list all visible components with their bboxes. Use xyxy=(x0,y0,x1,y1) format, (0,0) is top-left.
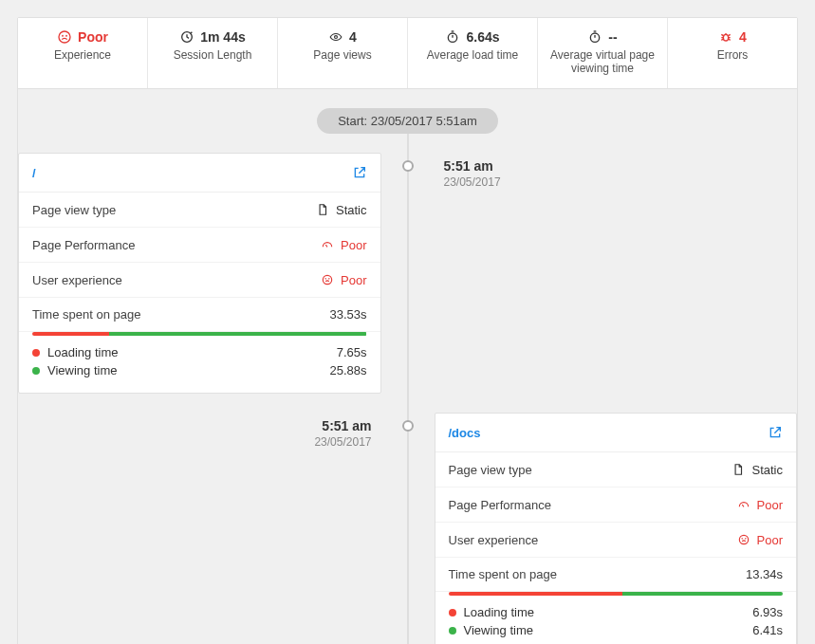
view-value: 25.88s xyxy=(329,363,366,377)
stat-value: 1m 44s xyxy=(200,29,245,45)
view-label: Viewing time xyxy=(464,623,533,637)
session-detail-panel: Poor Experience 1m 44s Session Length 4 … xyxy=(17,17,798,644)
legend-dot-viewing xyxy=(449,627,456,635)
svg-point-11 xyxy=(739,535,748,543)
load-bar-segment xyxy=(449,592,622,596)
time-value: 5:51 am xyxy=(18,418,372,433)
time-value: 5:51 am xyxy=(444,158,798,174)
ux-label: User experience xyxy=(449,533,539,547)
svg-point-2 xyxy=(66,35,67,36)
external-link-icon[interactable] xyxy=(352,165,367,180)
stopwatch-icon xyxy=(445,29,460,45)
svg-point-8 xyxy=(323,275,331,284)
legend-dot-loading xyxy=(449,609,456,616)
stat-page-views: 4 Page views xyxy=(278,18,408,88)
stats-bar: Poor Experience 1m 44s Session Length 4 … xyxy=(18,18,797,89)
gauge-icon xyxy=(320,237,335,252)
view-bar-segment xyxy=(109,332,366,336)
ux-value: Poor xyxy=(341,273,366,287)
timeline-entry: / Page view type Static xyxy=(18,153,797,394)
external-link-icon[interactable] xyxy=(768,425,783,440)
path-link[interactable]: / xyxy=(32,166,36,180)
spent-value: 13.34s xyxy=(746,567,783,581)
time-cell: 5:51 am 23/05/2017 xyxy=(18,413,389,644)
stat-label: Errors xyxy=(677,48,787,62)
stat-label: Experience xyxy=(28,48,138,62)
ux-label: User experience xyxy=(32,273,122,287)
path-link[interactable]: /docs xyxy=(449,426,481,440)
ux-value: Poor xyxy=(757,533,783,547)
page-icon xyxy=(731,462,746,477)
perf-value: Poor xyxy=(341,238,366,252)
load-value: 7.65s xyxy=(337,345,367,359)
load-label: Loading time xyxy=(464,605,534,619)
pv-type-value: Static xyxy=(751,463,783,477)
clock-icon xyxy=(179,29,194,45)
view-bar-segment xyxy=(622,592,783,596)
stat-label: Average load time xyxy=(417,48,528,62)
timeline-entry: 5:51 am 23/05/2017 /docs Page view type xyxy=(18,413,797,644)
timeline: Start: 23/05/2017 5:51am / Page view typ… xyxy=(18,89,797,644)
sad-face-icon xyxy=(320,272,335,287)
stat-avg-view: -- Average virtual page viewing time xyxy=(538,18,668,88)
date-value: 23/05/2017 xyxy=(18,435,372,449)
pv-type-value: Static xyxy=(336,203,367,217)
pv-type-label: Page view type xyxy=(32,203,116,217)
stat-value: 6.64s xyxy=(466,29,499,45)
stat-value: Poor xyxy=(78,29,108,45)
spent-label: Time spent on page xyxy=(449,567,557,581)
page-view-card: /docs Page view type Static xyxy=(435,413,798,644)
legend-dot-viewing xyxy=(32,367,40,375)
spent-value: 33.53s xyxy=(329,307,366,322)
svg-point-4 xyxy=(335,36,338,39)
stat-value: 4 xyxy=(349,29,357,45)
eye-icon xyxy=(328,29,343,45)
time-cell: 5:51 am 23/05/2017 xyxy=(427,153,798,394)
legend-dot-loading xyxy=(32,349,40,357)
time-split-bar xyxy=(32,332,367,336)
stat-experience: Poor Experience xyxy=(18,18,148,88)
sad-face-icon xyxy=(57,29,72,45)
load-value: 6.93s xyxy=(752,605,783,619)
stat-value: 4 xyxy=(739,29,747,45)
pv-type-label: Page view type xyxy=(449,463,532,477)
start-pill: Start: 23/05/2017 5:51am xyxy=(317,108,498,134)
stat-session-length: 1m 44s Session Length xyxy=(148,18,278,88)
date-value: 23/05/2017 xyxy=(444,175,798,189)
svg-point-0 xyxy=(59,31,70,43)
timeline-node xyxy=(402,420,414,432)
timeline-node xyxy=(402,160,414,172)
time-split-bar xyxy=(449,592,784,596)
load-label: Loading time xyxy=(47,345,118,359)
perf-value: Poor xyxy=(757,498,783,512)
load-bar-segment xyxy=(32,332,109,336)
view-label: Viewing time xyxy=(47,363,117,377)
stopwatch-icon xyxy=(587,29,602,45)
stat-label: Session Length xyxy=(157,48,268,62)
bug-icon xyxy=(718,29,733,45)
svg-point-1 xyxy=(63,35,64,36)
stat-label: Average virtual page viewing time xyxy=(547,48,658,75)
page-icon xyxy=(315,202,330,217)
stat-value: -- xyxy=(608,29,617,45)
spent-label: Time spent on page xyxy=(32,307,140,322)
stat-avg-load: 6.64s Average load time xyxy=(408,18,538,88)
stat-label: Page views xyxy=(287,48,398,62)
sad-face-icon xyxy=(736,532,751,547)
view-value: 6.41s xyxy=(752,623,783,637)
gauge-icon xyxy=(736,497,751,512)
svg-point-7 xyxy=(723,34,728,41)
stat-errors: 4 Errors xyxy=(668,18,797,88)
perf-label: Page Performance xyxy=(32,238,135,252)
perf-label: Page Performance xyxy=(449,498,551,512)
page-view-card: / Page view type Static xyxy=(18,153,381,394)
